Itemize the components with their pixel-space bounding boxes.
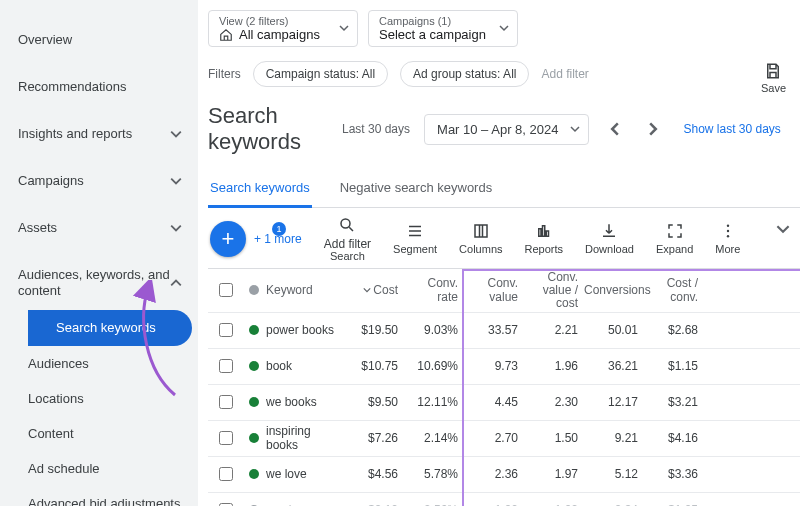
status-dot <box>242 325 266 335</box>
nav-sub-item[interactable]: Locations <box>28 381 198 416</box>
cell-keyword[interactable]: book <box>266 359 344 373</box>
row-checkbox[interactable] <box>219 323 233 337</box>
cell-val-cost: 1.50 <box>524 431 584 445</box>
nav-sub-item[interactable]: Advanced bid adjustments <box>28 486 198 507</box>
plus-one-more-link[interactable]: + 1 more 1 <box>254 232 302 246</box>
segment-icon <box>406 222 424 240</box>
cell-conv-rate: 9.03% <box>404 323 464 337</box>
cell-keyword[interactable]: we books <box>266 395 344 409</box>
filter-chip-campaign-status[interactable]: Campaign status: All <box>253 61 388 87</box>
toolbar-download[interactable]: Download <box>585 222 634 255</box>
cell-conv-value: 33.57 <box>464 323 524 337</box>
nav-item[interactable]: Recommendations <box>0 69 198 104</box>
svg-point-2 <box>727 225 729 227</box>
toolbar-columns[interactable]: Columns <box>459 222 502 255</box>
col-conversions[interactable]: Conversions <box>584 283 644 297</box>
tab-search-keywords[interactable]: Search keywords <box>208 170 312 208</box>
toolbar-more[interactable]: More <box>715 222 740 255</box>
table-row: book$10.7510.69%9.731.9636.21$1.15 <box>208 349 800 385</box>
table-row: inspiring books$7.262.14%2.701.509.21$4.… <box>208 421 800 457</box>
table-row: we do$2.102.56%1.901.022.34$1.05 <box>208 493 800 506</box>
status-column-header[interactable] <box>242 285 266 295</box>
nav-item-label: Recommendations <box>18 79 126 94</box>
cell-cost: $19.50 <box>344 323 404 337</box>
chevron-up-icon <box>170 277 182 289</box>
nav-item[interactable]: Overview <box>0 22 198 57</box>
col-conv-value[interactable]: Conv. value <box>464 276 524 304</box>
toolbar-collapse-icon[interactable] <box>776 222 790 236</box>
cell-keyword[interactable]: inspiring books <box>266 424 344 452</box>
show-last-30-link[interactable]: Show last 30 days <box>683 122 780 138</box>
nav-sub-item[interactable]: Audiences <box>28 346 198 381</box>
cell-cost-conv: $3.21 <box>644 395 704 409</box>
row-checkbox[interactable] <box>219 395 233 409</box>
nav-item[interactable]: Campaigns <box>0 163 198 198</box>
nav-item[interactable]: Insights and reports <box>0 116 198 151</box>
cell-cost: $7.26 <box>344 431 404 445</box>
nav-sub-label: Ad schedule <box>28 461 100 476</box>
col-conv-value-cost[interactable]: Conv. value / cost <box>524 271 584 311</box>
cell-keyword[interactable]: power books <box>266 323 344 337</box>
save-icon <box>761 62 786 80</box>
nav-sub-label: Content <box>28 426 74 441</box>
svg-point-4 <box>727 235 729 237</box>
row-checkbox[interactable] <box>219 467 233 481</box>
cell-conv-rate: 2.14% <box>404 431 464 445</box>
col-keyword[interactable]: Keyword <box>266 283 344 297</box>
caret-down-icon <box>339 23 349 33</box>
toolbar-expand[interactable]: Expand <box>656 222 693 255</box>
cell-conversions: 12.17 <box>584 395 644 409</box>
status-dot <box>242 469 266 479</box>
view-selector[interactable]: View (2 filters) All campaigns <box>208 10 358 47</box>
nav-item[interactable]: Audiences, keywords, and content <box>0 257 198 310</box>
keywords-table: Keyword Cost Conv. rate Conv. value Conv… <box>208 269 800 506</box>
nav-sub-item[interactable]: Ad schedule <box>28 451 198 486</box>
campaign-selector[interactable]: Campaigns (1) Select a campaign <box>368 10 518 47</box>
cell-conv-value: 2.36 <box>464 467 524 481</box>
add-keyword-fab[interactable]: + <box>210 221 246 257</box>
toolbar-reports[interactable]: Reports <box>525 222 564 255</box>
campaign-selector-label: Campaigns (1) <box>379 15 487 27</box>
nav-sub-item-active[interactable]: Search keywords <box>28 310 192 346</box>
row-checkbox[interactable] <box>219 359 233 373</box>
left-sidebar: OverviewRecommendationsInsights and repo… <box>0 0 198 506</box>
date-range-label: Last 30 days <box>342 122 410 136</box>
col-cost-conv[interactable]: Cost / conv. <box>644 276 704 304</box>
cell-conv-value: 4.45 <box>464 395 524 409</box>
cell-conv-rate: 10.69% <box>404 359 464 373</box>
table-row: we love$4.565.78%2.361.975.12$3.36 <box>208 457 800 493</box>
table-row: we books$9.5012.11%4.452.3012.17$3.21 <box>208 385 800 421</box>
tab-negative-keywords[interactable]: Negative search keywords <box>338 170 494 207</box>
cell-conversions: 36.21 <box>584 359 644 373</box>
cell-cost: $4.56 <box>344 467 404 481</box>
filter-chip-adgroup-status[interactable]: Ad group status: All <box>400 61 529 87</box>
col-cost[interactable]: Cost <box>344 283 404 297</box>
home-icon <box>219 28 233 42</box>
view-selector-label: View (2 filters) <box>219 15 327 27</box>
chevron-down-icon <box>170 222 182 234</box>
col-conv-rate[interactable]: Conv. rate <box>404 276 464 304</box>
keyword-tabs: Search keywords Negative search keywords <box>208 170 800 208</box>
cell-keyword[interactable]: we love <box>266 467 344 481</box>
caret-down-icon <box>570 124 580 134</box>
nav-item[interactable]: Assets <box>0 210 198 245</box>
nav-subsection: Search keywordsAudiencesLocationsContent… <box>0 310 198 507</box>
campaign-selector-value: Select a campaign <box>379 27 486 42</box>
next-period-button[interactable] <box>641 117 665 141</box>
caret-down-icon <box>499 23 509 33</box>
nav-sub-item[interactable]: Content <box>28 416 198 451</box>
save-button[interactable]: Save <box>761 62 786 94</box>
status-dot <box>242 397 266 407</box>
nav-item-label: Assets <box>18 220 57 235</box>
nav-item-label: Insights and reports <box>18 126 132 141</box>
cell-val-cost: 1.97 <box>524 467 584 481</box>
date-range-picker[interactable]: Mar 10 – Apr 8, 2024 <box>424 114 589 145</box>
toolbar-add-filter[interactable]: Add filter Search <box>324 216 371 262</box>
reports-icon <box>535 222 553 240</box>
save-label: Save <box>761 82 786 94</box>
row-checkbox[interactable] <box>219 431 233 445</box>
prev-period-button[interactable] <box>603 117 627 141</box>
select-all-checkbox[interactable] <box>219 283 233 297</box>
add-filter-link[interactable]: Add filter <box>541 67 588 81</box>
toolbar-segment[interactable]: Segment <box>393 222 437 255</box>
